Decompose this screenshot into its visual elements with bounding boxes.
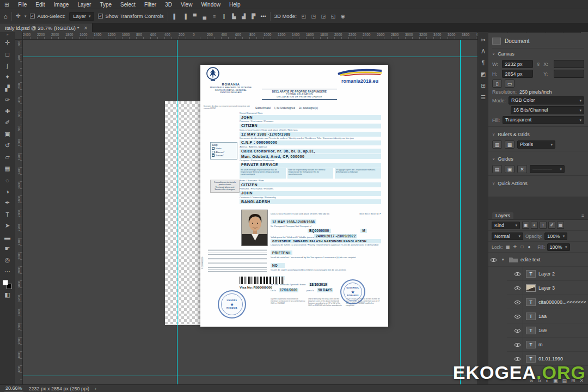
panel-icon[interactable]: ◩ [481, 71, 486, 77]
link-dimensions-icon[interactable]: ∞ [536, 62, 541, 67]
tool-button[interactable]: ▬ [1, 231, 14, 243]
layer-name[interactable]: 1aa [538, 314, 547, 319]
canvas-fill-dropdown[interactable]: Transparent▾ [503, 116, 584, 124]
layer-row[interactable]: ▾ Layer 2 [507, 267, 588, 281]
toggle-grid-button[interactable]: ▦ [505, 140, 514, 149]
portrait-orientation-button[interactable]: ▯ [492, 79, 502, 88]
canvas-height-input[interactable]: 2854 px [502, 70, 532, 78]
layer-thumbnail[interactable] [526, 355, 536, 363]
tool-button[interactable]: ✚ [1, 106, 14, 117]
layer-filter-icon[interactable]: ◐ [531, 222, 538, 229]
align-icon[interactable]: ≡ [211, 14, 218, 19]
panel-menu-icon[interactable]: ≡ [581, 213, 584, 218]
align-icon[interactable]: ▄ [201, 14, 208, 19]
layer-name[interactable]: 169 [538, 328, 547, 333]
layer-name[interactable]: edite text [520, 257, 541, 262]
lock-icon[interactable]: ✛ [512, 244, 518, 249]
align-icon[interactable]: ▌ [172, 14, 179, 19]
layer-visibility-toggle[interactable] [512, 338, 523, 351]
tool-button[interactable]: ⋯ [1, 266, 14, 277]
canvas-y-input[interactable] [554, 70, 584, 78]
tools-collapse-icon[interactable]: » [7, 33, 9, 37]
ruler-units-dropdown[interactable]: Pixels▾ [517, 140, 555, 149]
tool-button[interactable]: ✑ [1, 94, 14, 106]
lock-icon[interactable]: ▦ [505, 244, 511, 249]
layer-row[interactable]: ▾ m [507, 338, 588, 352]
layer-thumbnail[interactable] [526, 298, 536, 306]
layer-visibility-toggle[interactable] [512, 309, 523, 323]
canvas-section-header[interactable]: ∨ Canvas [492, 48, 584, 58]
menu-item[interactable]: Help [225, 2, 245, 8]
layer-row[interactable]: ▾ Layer 3 [507, 281, 588, 295]
guide[interactable] [23, 57, 477, 57]
tool-button[interactable]: ☛ [1, 243, 14, 254]
layer-thumbnail[interactable] [526, 270, 536, 278]
align-icon[interactable]: ▛ [250, 14, 257, 19]
tool-button[interactable]: ➤ [1, 220, 14, 231]
panel-icon[interactable]: ✂ [481, 37, 485, 43]
zoom-level-input[interactable]: 20.66% [4, 385, 23, 391]
layer-visibility-toggle[interactable] [512, 267, 523, 280]
layer-visibility-toggle[interactable] [512, 281, 523, 295]
canvas-width-input[interactable]: 2232 px [502, 60, 532, 68]
document-tab[interactable]: Italy id.psd @ 20.7% (RGB/16) * × [0, 23, 93, 32]
menu-item[interactable]: View [176, 2, 197, 8]
tool-button[interactable]: □ [1, 48, 14, 60]
layer-filter-icon[interactable]: T [540, 222, 547, 229]
menu-item[interactable]: 3D [161, 2, 176, 8]
rulers-grids-section-header[interactable]: ∨ Rulers & Grids [492, 129, 584, 139]
layer-name[interactable]: 01.01.1990 [538, 356, 563, 362]
blend-mode-dropdown[interactable]: Normal▾ [492, 232, 523, 240]
color-mode-dropdown[interactable]: RGB Color▾ [509, 96, 584, 105]
horizontal-ruler[interactable]: 2600240022002000180016001400120010008006… [23, 32, 477, 40]
group-expand-icon[interactable]: ▾ [502, 258, 506, 262]
more-options-icon[interactable]: ••• [261, 13, 266, 19]
tool-button[interactable]: ◎ [1, 254, 14, 266]
clear-guides-button[interactable]: ✕ [517, 165, 527, 173]
3d-mode-icon[interactable]: ◰ [301, 14, 307, 19]
align-icon[interactable]: ▟ [241, 14, 247, 19]
3d-mode-icon[interactable]: ◲ [320, 14, 327, 19]
bit-depth-dropdown[interactable]: 16 Bits/Channel▾ [511, 106, 584, 114]
quick-mask-button[interactable]: ◧ [1, 289, 14, 301]
tab-close-icon[interactable]: × [84, 25, 87, 31]
layer-name[interactable]: cita000000...<<<<<<<<0 d [538, 299, 586, 305]
lock-icon[interactable]: □ [519, 244, 525, 249]
auto-select-target-dropdown[interactable]: Layer ▾ [69, 12, 94, 21]
document-canvas[interactable]: ROMANIA MINISTERUL AFADERILOR INTERNE IN… [200, 65, 388, 327]
color-swatches[interactable] [3, 280, 12, 289]
show-transform-checkbox[interactable]: Show Transform Controls [98, 13, 163, 19]
vertical-ruler[interactable]: 6004002000200400600800100012001400160018… [15, 40, 23, 384]
panel-icon[interactable]: ⊞ [481, 83, 485, 89]
tool-button[interactable]: ▱ [1, 151, 14, 163]
tool-button[interactable]: ◑ [1, 186, 14, 197]
layer-filter-icon[interactable]: ▦ [557, 222, 564, 229]
tool-button[interactable]: ↺ [1, 140, 14, 151]
lock-icon[interactable]: ● [526, 244, 532, 249]
ruler-origin-corner[interactable] [15, 32, 23, 40]
guide[interactable] [460, 40, 461, 384]
menu-item[interactable]: Edit [31, 2, 49, 8]
lock-guides-button[interactable]: ▣ [505, 165, 514, 173]
toggle-rulers-button[interactable]: ▥ [492, 140, 502, 149]
tool-button[interactable]: ✛ [1, 37, 14, 48]
3d-mode-icon[interactable]: ◳ [310, 14, 317, 19]
menu-item[interactable]: Filter [140, 2, 161, 8]
home-icon[interactable]: ⌂ [4, 13, 8, 20]
layer-filter-kind-dropdown[interactable]: Kind▾ [492, 222, 520, 229]
toggle-guides-button[interactable]: ▤ [492, 165, 502, 173]
layer-visibility-toggle[interactable] [488, 253, 499, 266]
align-icon[interactable]: ▙ [231, 14, 237, 19]
menu-item[interactable]: Image [50, 2, 74, 8]
fill-dropdown[interactable]: 100%▾ [547, 243, 570, 251]
3d-mode-icon[interactable]: ◱ [330, 14, 336, 19]
tool-button[interactable]: ʃ [1, 60, 14, 71]
menu-item[interactable]: Layer [73, 2, 95, 8]
layer-thumbnail[interactable] [526, 341, 536, 348]
panel-icon[interactable]: ¶ [482, 60, 485, 66]
menu-item[interactable]: Type [95, 2, 116, 8]
status-options-icon[interactable]: › [95, 386, 96, 391]
layer-row[interactable]: ▾ edite text [488, 253, 588, 267]
panel-icon[interactable]: A [481, 48, 485, 54]
layer-thumbnail[interactable] [526, 327, 536, 334]
